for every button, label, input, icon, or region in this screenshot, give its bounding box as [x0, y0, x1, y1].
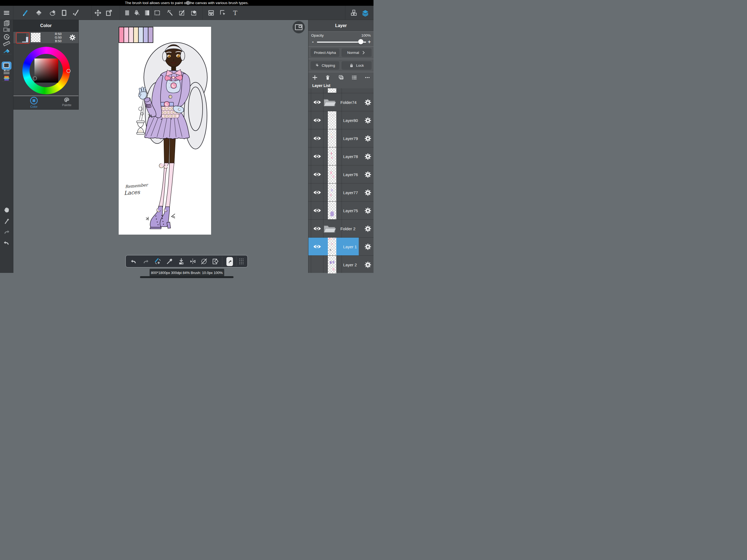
color-panel: Color R:50 G:50 B:50 Color Palette [13, 20, 79, 110]
opacity-slider-knob[interactable] [358, 39, 363, 44]
fill-rect-icon[interactable] [123, 8, 131, 17]
flip-horizontal-icon[interactable] [189, 257, 197, 265]
protect-alpha-button[interactable]: Protect Alpha [311, 48, 339, 57]
visibility-eye-icon[interactable] [313, 154, 321, 159]
lasso-eraser-icon[interactable] [48, 8, 57, 17]
grip-handle-icon[interactable] [239, 258, 244, 265]
redo-icon[interactable] [2, 228, 11, 236]
open-external-button[interactable] [226, 257, 233, 266]
layer-row-layer76[interactable]: Layer76 [308, 165, 374, 183]
undo-icon[interactable] [2, 238, 11, 247]
opacity-value: 100% [361, 33, 371, 37]
magic-wand-icon[interactable] [166, 8, 175, 17]
layer-row-partial[interactable] [308, 88, 374, 93]
layer-row-layer79[interactable]: Layer79 [308, 129, 374, 147]
clear-layer-icon[interactable] [211, 257, 220, 265]
select-rect-icon[interactable] [153, 8, 162, 17]
move-tool-icon[interactable] [94, 8, 102, 17]
home-indicator[interactable] [140, 276, 233, 278]
layer-row-folder2[interactable]: Folder 2 [308, 219, 374, 237]
layer-row-layer2-hidden[interactable]: Layer 2 [308, 255, 374, 274]
split-view-icon[interactable] [207, 8, 215, 17]
sv-cursor[interactable] [33, 76, 37, 80]
layer-row-layer78[interactable]: Layer78 [308, 147, 374, 165]
layer-settings-gear-icon[interactable] [364, 261, 371, 268]
visibility-eye-icon[interactable] [313, 172, 321, 177]
layer-settings-gear-icon[interactable] [364, 244, 371, 250]
material-pen-icon[interactable] [2, 46, 11, 55]
transform-tool-icon[interactable] [104, 8, 113, 17]
more-options-icon[interactable] [363, 74, 371, 81]
material-cubes-icon[interactable] [350, 8, 358, 17]
layer-list: Folder74 Layer80 Layer79 Layer78 Layer76 [308, 88, 374, 273]
blend-mode-button[interactable]: Normal [341, 48, 371, 57]
hue-cursor[interactable] [67, 69, 71, 73]
layer-settings-gear-icon[interactable] [364, 171, 371, 178]
delete-layer-icon[interactable] [324, 74, 331, 81]
navigator-toggle-button[interactable] [292, 21, 305, 33]
opacity-plus-button[interactable]: + [368, 39, 371, 45]
add-layer-icon[interactable] [311, 74, 318, 81]
gradient-tool-icon[interactable] [143, 8, 152, 17]
tab-palette[interactable]: Palette [54, 97, 79, 109]
layer-row-layer75[interactable]: Layer75 [308, 201, 374, 219]
save-icon[interactable] [177, 257, 185, 265]
select-pen-icon[interactable] [177, 8, 186, 17]
correction-pen-icon[interactable] [71, 8, 80, 17]
bucket-fill-icon[interactable] [132, 8, 141, 17]
redo-icon[interactable] [141, 257, 150, 265]
layer-row-layer1-selected[interactable]: Layer 1 [308, 237, 374, 255]
lock-button[interactable]: Lock [341, 61, 371, 70]
left-sidebar [0, 20, 14, 273]
toolbar-divider [91, 6, 92, 20]
shape-tool-icon[interactable] [60, 8, 69, 17]
eyedropper-icon[interactable] [165, 257, 174, 265]
brush-eraser-swap-icon[interactable] [154, 257, 162, 265]
clipping-button[interactable]: Clipping [311, 61, 339, 70]
layer-settings-gear-icon[interactable] [364, 99, 371, 106]
duplicate-layer-icon[interactable] [337, 74, 345, 81]
color-settings-gear-icon[interactable] [69, 34, 76, 41]
visibility-eye-icon[interactable] [313, 208, 321, 213]
brush-tool-icon[interactable] [21, 8, 30, 17]
opacity-section: Opacity 100% - + [308, 32, 374, 47]
menu-icon[interactable] [2, 8, 11, 17]
folder-icon [323, 223, 336, 234]
layer-settings-gear-icon[interactable] [364, 135, 371, 142]
visibility-eye-icon[interactable] [313, 190, 321, 195]
text-tool-icon[interactable]: T [231, 8, 239, 17]
visibility-eye-icon[interactable] [313, 136, 321, 141]
layer-list-view-icon[interactable] [350, 74, 358, 81]
eraser-tool-icon[interactable] [34, 8, 43, 17]
layer-settings-gear-icon[interactable] [364, 153, 371, 160]
drawing-canvas[interactable]: Remember Laces [119, 27, 211, 235]
visibility-eye-icon[interactable] [313, 244, 321, 249]
opacity-minus-button[interactable]: - [312, 39, 314, 45]
layer-settings-gear-icon[interactable] [364, 117, 371, 124]
hand-tool-icon[interactable] [2, 205, 11, 214]
layer-thumbnail [328, 88, 336, 93]
saturation-value-square[interactable] [34, 58, 58, 82]
eyedropper-pen-icon[interactable] [2, 217, 11, 225]
visibility-eye-icon[interactable] [313, 226, 321, 231]
deselect-icon[interactable] [218, 8, 227, 17]
layer-row-layer77[interactable]: Layer77 [308, 183, 374, 201]
layer-settings-gear-icon[interactable] [364, 225, 371, 232]
undo-icon[interactable] [130, 257, 138, 265]
layer-thumbnail [328, 166, 336, 183]
visibility-eye-icon[interactable] [313, 118, 321, 123]
visibility-eye-icon[interactable] [313, 100, 321, 105]
layer-name: Layer80 [343, 118, 358, 123]
layer-settings-gear-icon[interactable] [364, 189, 371, 196]
tab-color[interactable]: Color [22, 97, 46, 109]
layer-settings-gear-icon[interactable] [364, 207, 371, 214]
sidebar-divider [2, 81, 11, 82]
reset-rotation-icon[interactable] [200, 257, 208, 265]
fg-bg-color-selector[interactable] [16, 32, 29, 44]
transparent-color-button[interactable] [31, 33, 41, 42]
select-eraser-icon[interactable] [189, 8, 198, 17]
layer-row-folder74[interactable]: Folder74 [308, 93, 374, 111]
layer-row-layer80[interactable]: Layer80 [308, 111, 374, 129]
layer-panel-toggle-icon[interactable] [361, 8, 370, 17]
layer-thumbnail [328, 238, 336, 255]
